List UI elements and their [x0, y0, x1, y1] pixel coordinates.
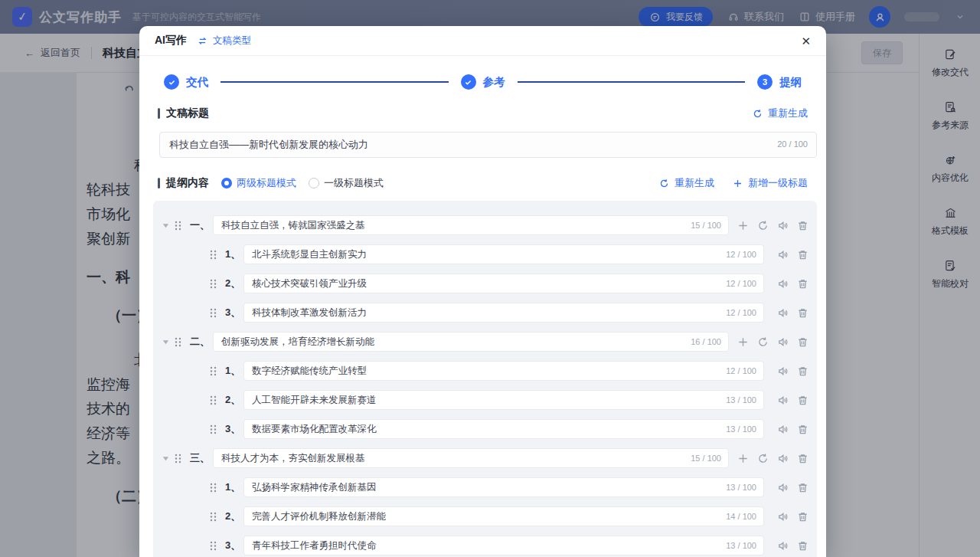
delete-row-icon[interactable]	[796, 481, 809, 494]
outline-title-input[interactable]	[213, 448, 729, 468]
voice-icon[interactable]	[776, 219, 789, 232]
collapse-caret-icon[interactable]	[162, 222, 172, 229]
title-regenerate-button[interactable]: 重新生成	[751, 106, 808, 120]
drag-handle[interactable]	[210, 424, 220, 434]
outline-char-counter: 15 / 100	[691, 454, 721, 463]
doc-title-input[interactable]	[159, 132, 817, 158]
delete-row-icon[interactable]	[796, 452, 809, 465]
outline-subtitle-input[interactable]	[243, 390, 764, 410]
drag-handle[interactable]	[175, 337, 185, 347]
delete-row-icon[interactable]	[796, 306, 809, 319]
outline-section-header: 提纲内容 两级标题模式 一级标题模式 重新生成 新增一级标题	[139, 175, 826, 192]
voice-icon[interactable]	[776, 365, 789, 378]
drag-handle[interactable]	[175, 221, 185, 231]
drag-handle[interactable]	[175, 454, 185, 464]
voice-icon[interactable]	[776, 539, 789, 552]
radio-unselected-icon	[309, 178, 319, 188]
outline-number: 1、	[225, 247, 243, 261]
add-subtitle-icon[interactable]	[737, 452, 750, 465]
outline-subtitle-input[interactable]	[243, 477, 764, 497]
drag-handle[interactable]	[210, 541, 220, 551]
step-connector	[518, 81, 746, 83]
outline-char-counter: 12 / 100	[726, 366, 756, 375]
voice-icon[interactable]	[776, 336, 789, 349]
outline-title-input[interactable]	[213, 215, 729, 235]
section-bar	[158, 178, 160, 188]
voice-icon[interactable]	[776, 510, 789, 523]
step-reference[interactable]: 参考	[461, 74, 505, 90]
add-level1-title-button[interactable]: 新增一级标题	[731, 176, 808, 190]
delete-row-icon[interactable]	[796, 248, 809, 261]
title-char-counter: 20 / 100	[777, 139, 808, 149]
outline-char-counter: 15 / 100	[691, 221, 721, 230]
outline-row-level2: 2、 12 / 100	[161, 274, 809, 293]
drag-handle[interactable]	[210, 483, 220, 493]
outline-row-level2: 3、 12 / 100	[161, 303, 809, 323]
section-bar	[158, 108, 160, 119]
outline-subtitle-input[interactable]	[243, 506, 764, 526]
voice-icon[interactable]	[776, 481, 789, 494]
drag-handle[interactable]	[210, 395, 220, 405]
outline-row-level2: 3、 13 / 100	[161, 536, 809, 555]
voice-icon[interactable]	[776, 394, 789, 407]
drag-handle[interactable]	[210, 279, 220, 289]
outline-char-counter: 13 / 100	[726, 395, 756, 405]
add-subtitle-icon[interactable]	[737, 219, 750, 232]
delete-row-icon[interactable]	[796, 394, 809, 407]
outline-subtitle-input[interactable]	[243, 419, 764, 439]
delete-row-icon[interactable]	[796, 365, 809, 378]
doc-title-section-header: 文稿标题 重新生成	[139, 105, 826, 122]
regenerate-row-icon[interactable]	[756, 452, 769, 465]
radio-one-level-mode[interactable]: 一级标题模式	[309, 176, 384, 190]
step-brief[interactable]: 交代	[164, 74, 208, 90]
outline-char-counter: 14 / 100	[726, 512, 756, 521]
outline-row-level2: 1、 13 / 100	[161, 477, 809, 497]
outline-subtitle-input[interactable]	[243, 361, 764, 381]
close-icon[interactable]: ✕	[801, 35, 811, 47]
outline-subtitle-input[interactable]	[243, 536, 764, 555]
voice-icon[interactable]	[776, 277, 789, 290]
radio-two-level-mode[interactable]: 两级标题模式	[221, 176, 296, 190]
drag-handle[interactable]	[210, 512, 220, 522]
outline-subtitle-input[interactable]	[243, 244, 764, 264]
doc-type-link[interactable]: 文稿类型	[196, 34, 251, 48]
outline-char-counter: 16 / 100	[691, 337, 721, 346]
delete-row-icon[interactable]	[796, 219, 809, 232]
outline-row-level1: 三、 15 / 100	[161, 448, 809, 468]
delete-row-icon[interactable]	[796, 510, 809, 523]
delete-row-icon[interactable]	[796, 539, 809, 552]
add-subtitle-icon[interactable]	[737, 336, 750, 349]
drag-handle[interactable]	[210, 250, 220, 260]
ai-writing-modal: AI写作 文稿类型 ✕ 交代 参考 3 提纲 文	[139, 26, 826, 557]
delete-row-icon[interactable]	[796, 277, 809, 290]
plus-icon	[731, 177, 744, 190]
modal-header: AI写作 文稿类型 ✕	[139, 26, 826, 56]
delete-row-icon[interactable]	[796, 423, 809, 436]
outline-title-input[interactable]	[213, 332, 729, 352]
outline-subtitle-input[interactable]	[243, 274, 764, 293]
voice-icon[interactable]	[776, 452, 789, 465]
voice-icon[interactable]	[776, 423, 789, 436]
collapse-caret-icon[interactable]	[162, 455, 172, 462]
outline-number: 二、	[190, 335, 213, 349]
outline-number: 一、	[190, 218, 213, 232]
step-outline[interactable]: 3 提纲	[757, 74, 802, 90]
outline-row-level2: 2、 13 / 100	[161, 390, 809, 410]
outline-char-counter: 13 / 100	[726, 541, 756, 550]
modal-title: AI写作	[155, 34, 187, 48]
outline-number: 三、	[190, 451, 213, 465]
step-check-icon	[461, 74, 476, 90]
outline-number: 3、	[225, 539, 243, 552]
regenerate-row-icon[interactable]	[756, 219, 769, 232]
drag-handle[interactable]	[210, 308, 220, 318]
collapse-caret-icon[interactable]	[162, 339, 172, 346]
outline-list: 一、 15 / 100 1、 12 / 100	[153, 201, 817, 557]
voice-icon[interactable]	[776, 306, 789, 319]
voice-icon[interactable]	[776, 248, 789, 261]
regenerate-row-icon[interactable]	[756, 336, 769, 349]
refresh-icon	[751, 107, 764, 120]
outline-subtitle-input[interactable]	[243, 303, 764, 323]
outline-regenerate-button[interactable]: 重新生成	[658, 176, 714, 190]
drag-handle[interactable]	[210, 366, 220, 376]
delete-row-icon[interactable]	[796, 336, 809, 349]
